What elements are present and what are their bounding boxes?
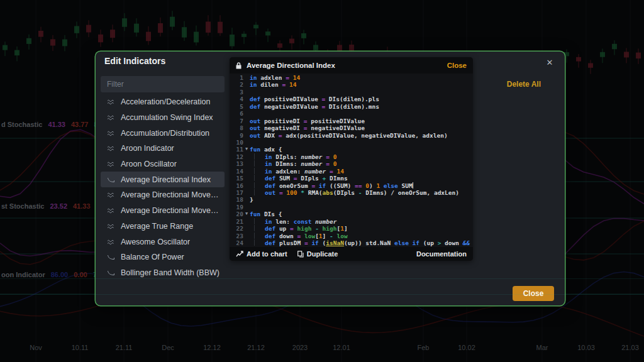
delete-all-button[interactable]: Delete All <box>507 80 541 89</box>
dialog-title: Edit Indicators <box>104 56 165 66</box>
code-line: 17out = 100 * RMA(abs(DIpls - DImns) / o… <box>230 189 473 196</box>
editor-title: Average Directional Index <box>247 62 442 69</box>
pane-title: st Stochastic <box>1 202 44 210</box>
pane-value: 43.77 <box>71 121 89 128</box>
indent-guide <box>254 218 265 224</box>
list-item[interactable]: Aroon Oscillator <box>101 156 225 172</box>
code-line: 24def plusDM = if (isNaN(up)) std.NaN el… <box>230 239 473 246</box>
indicator-label: Average Directional Moveme... <box>121 206 225 215</box>
code-text: out negativeDI = negativeDIValue <box>250 124 365 131</box>
code-area[interactable]: 1in adxlen = 142in dilen = 1434def posit… <box>230 74 473 247</box>
pane-value: 41.33 <box>73 202 91 210</box>
fold-arrow-icon[interactable]: ▼ <box>243 146 250 153</box>
list-item[interactable]: Awesome Oscillator <box>101 234 225 250</box>
indicator-waves-icon <box>107 221 115 232</box>
indent-guide <box>254 168 265 174</box>
indicator-script-editor: Average Directional Index Close 1in adxl… <box>230 57 473 261</box>
indicator-label: Acceleration/Deceleration <box>121 97 210 106</box>
indicator-waves-icon <box>107 143 115 154</box>
code-line: 11▼fun adx { <box>230 146 473 153</box>
list-item[interactable]: Average Directional Index <box>101 172 225 187</box>
time-axis-label: 21.12 <box>247 344 265 351</box>
list-item[interactable]: Balance Of Power <box>101 250 225 265</box>
time-axis-label: 12.12 <box>203 344 221 351</box>
line-number: 16 <box>230 182 243 189</box>
duplicate-button[interactable]: Duplicate <box>297 250 338 258</box>
line-number: 13 <box>230 160 243 167</box>
filter-input[interactable] <box>101 76 225 92</box>
time-axis-label: 21.03 <box>621 344 639 351</box>
list-item[interactable]: Aroon Indicator <box>101 141 225 156</box>
pane-value: 0.00 <box>74 271 87 278</box>
time-axis-label: Nov <box>30 344 42 351</box>
indent-guide <box>254 182 265 189</box>
code-text: in DImns: number = 0 <box>250 160 336 167</box>
code-line: 18} <box>230 196 473 203</box>
indicator-label: Balance Of Power <box>121 253 184 261</box>
edit-indicators-dialog: Edit Indicators ✕ Acceleration/Decelerat… <box>96 52 565 305</box>
code-line: 4def positiveDIValue = DIs(dilen).pls <box>230 96 473 102</box>
indicator-waves-icon <box>107 128 115 139</box>
indicator-label: Average True Range <box>121 222 193 231</box>
code-line: 13in DImns: number = 0 <box>230 160 473 167</box>
code-line: 7out positiveDI = positiveDIValue <box>230 118 473 124</box>
code-line: 6 <box>230 110 473 117</box>
code-line: 2in dilen = 14 <box>230 81 473 88</box>
indent-guide <box>254 160 265 167</box>
time-axis-label: Mar <box>536 344 548 351</box>
code-line: 14in adxLen: number = 14 <box>230 168 473 175</box>
chart-level-line <box>0 278 644 279</box>
documentation-link[interactable]: Documentation <box>416 250 467 258</box>
pane-title: d Stochastic <box>1 121 42 128</box>
list-item[interactable]: Acceleration/Deceleration <box>101 94 225 110</box>
line-number: 24 <box>230 239 243 246</box>
gutter-spacer <box>243 103 250 110</box>
line-number: 23 <box>230 233 243 239</box>
line-number: 18 <box>230 196 243 203</box>
list-item[interactable]: Average Directional Moveme... <box>101 187 225 203</box>
line-number: 17 <box>230 189 243 196</box>
gutter-spacer <box>243 110 250 117</box>
indicator-curve-icon <box>107 251 115 263</box>
indicator-label: Aroon Oscillator <box>121 160 177 168</box>
dialog-close-icon[interactable]: ✕ <box>543 55 557 69</box>
time-axis-label: 10.11 <box>72 344 89 351</box>
code-text: def negativeDIValue = DIs(dilen).mns <box>250 103 379 110</box>
add-to-chart-button[interactable]: Add to chart <box>236 250 287 258</box>
line-number: 10 <box>230 139 243 146</box>
line-number: 8 <box>230 124 243 131</box>
code-line: 15def SUM = DIpls + DImns <box>230 175 473 182</box>
time-axis-label: 12.01 <box>333 344 350 351</box>
editor-close-link[interactable]: Close <box>447 62 467 69</box>
gutter-spacer <box>243 160 250 167</box>
indicator-curve-icon <box>107 267 115 278</box>
code-text: in DIpls: number = 0 <box>250 153 336 160</box>
text-cursor <box>413 182 413 189</box>
chart-level-line <box>0 294 644 295</box>
code-text: } <box>250 196 253 203</box>
indent-guide <box>254 189 265 195</box>
list-item[interactable]: Average Directional Moveme... <box>101 203 225 219</box>
list-item[interactable]: Accumulation/Distribution <box>101 125 225 141</box>
pane-title: oon Indicator <box>1 271 45 278</box>
lock-icon <box>236 62 242 69</box>
gutter-spacer <box>243 175 250 182</box>
code-line: 1in adxlen = 14 <box>230 74 473 81</box>
fold-arrow-icon[interactable]: ▼ <box>243 211 250 217</box>
code-line: 12in DIpls: number = 0 <box>230 153 473 160</box>
code-text: def up = high - high[1] <box>250 225 348 232</box>
time-axis-label: 2023 <box>292 344 308 351</box>
copy-icon <box>297 251 304 258</box>
list-item[interactable]: Accumulation Swing Index <box>101 110 225 126</box>
list-item[interactable]: Average True Range <box>101 219 225 234</box>
code-line: 23def down = low[1] - low <box>230 233 473 239</box>
indicator-label: Average Directional Index <box>121 175 211 184</box>
line-number: 7 <box>230 118 243 124</box>
line-number: 4 <box>230 96 243 102</box>
pane-value: 86.00 <box>51 271 69 278</box>
gutter-spacer <box>243 81 250 88</box>
gutter-spacer <box>243 132 250 139</box>
gutter-spacer <box>243 96 250 102</box>
gutter-spacer <box>243 233 250 239</box>
close-button[interactable]: Close <box>513 286 554 301</box>
